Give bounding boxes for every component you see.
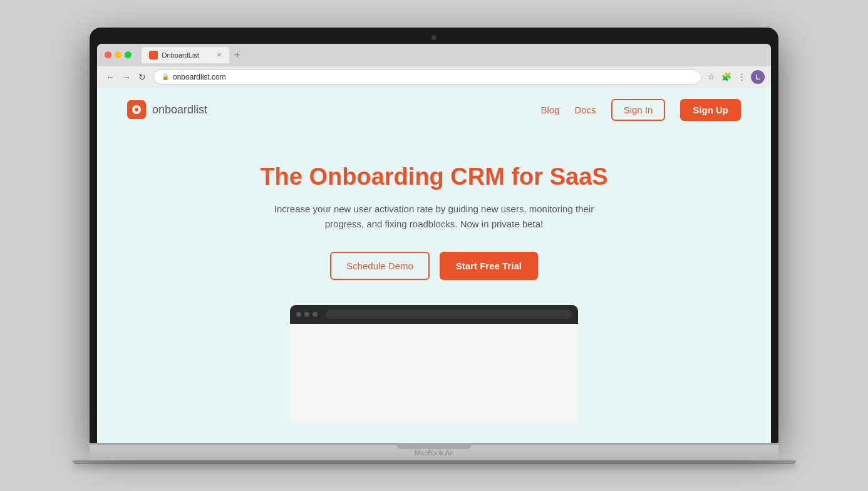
tab-bar: OnboardList ✕ + bbox=[142, 47, 763, 63]
hero-section: The Onboarding CRM for SaaS Increase you… bbox=[97, 132, 771, 443]
bookmark-button[interactable]: ☆ bbox=[706, 71, 716, 83]
browser-toolbar-actions: ☆ 🧩 ⋮ L bbox=[706, 70, 765, 84]
forward-button[interactable]: → bbox=[120, 71, 133, 83]
maximize-window-button[interactable] bbox=[125, 51, 132, 58]
hero-screenshot bbox=[110, 305, 758, 424]
new-tab-button[interactable]: + bbox=[232, 49, 242, 61]
mock-browser-content bbox=[290, 324, 578, 424]
site-logo: onboardlist bbox=[127, 100, 207, 119]
laptop-base: MacBook Air bbox=[90, 443, 778, 460]
close-window-button[interactable] bbox=[105, 51, 111, 58]
mock-address-bar bbox=[326, 310, 572, 319]
nav-links: Blog Docs Sign In Sign Up bbox=[540, 99, 741, 121]
traffic-lights bbox=[105, 51, 132, 58]
address-bar[interactable]: 🔒 onboardlist.com bbox=[153, 70, 701, 85]
logo-icon-inner bbox=[132, 105, 141, 114]
hero-subtitle: Increase your new user activation rate b… bbox=[271, 202, 597, 232]
hero-title: The Onboarding CRM for SaaS bbox=[110, 163, 758, 190]
tab-close-button[interactable]: ✕ bbox=[217, 51, 222, 58]
laptop-notch bbox=[396, 443, 472, 449]
browser-tab-active[interactable]: OnboardList ✕ bbox=[142, 47, 229, 63]
browser-titlebar: OnboardList ✕ + bbox=[97, 44, 771, 66]
mock-dot-3 bbox=[313, 312, 318, 317]
hero-buttons: Schedule Demo Start Free Trial bbox=[110, 252, 758, 280]
laptop-mockup: OnboardList ✕ + ← → ↻ 🔒 onboardlist.com bbox=[90, 28, 778, 464]
user-avatar: L bbox=[751, 70, 765, 84]
lock-icon: 🔒 bbox=[162, 73, 169, 80]
laptop-label: MacBook Air bbox=[415, 449, 453, 457]
mock-browser bbox=[290, 305, 578, 424]
back-button[interactable]: ← bbox=[103, 71, 117, 83]
tab-title: OnboardList bbox=[162, 51, 199, 59]
browser-toolbar: ← → ↻ 🔒 onboardlist.com ☆ 🧩 ⋮ L bbox=[97, 66, 771, 88]
website-content: onboardlist Blog Docs Sign In Sign Up Th… bbox=[97, 88, 771, 443]
start-trial-button[interactable]: Start Free Trial bbox=[440, 252, 538, 280]
logo-icon bbox=[127, 100, 146, 119]
laptop-camera bbox=[431, 35, 437, 40]
docs-link[interactable]: Docs bbox=[574, 105, 596, 115]
blog-link[interactable]: Blog bbox=[540, 105, 559, 115]
menu-button[interactable]: ⋮ bbox=[736, 71, 747, 83]
browser-nav-buttons: ← → ↻ bbox=[103, 71, 148, 83]
laptop-bottom-edge bbox=[73, 460, 796, 464]
mock-dot-1 bbox=[296, 312, 301, 317]
browser-chrome: OnboardList ✕ + ← → ↻ 🔒 onboardlist.com bbox=[97, 44, 771, 443]
schedule-demo-button[interactable]: Schedule Demo bbox=[330, 252, 430, 280]
refresh-button[interactable]: ↻ bbox=[136, 71, 148, 83]
extensions-button[interactable]: 🧩 bbox=[720, 71, 733, 83]
sign-in-button[interactable]: Sign In bbox=[611, 99, 666, 121]
tab-favicon bbox=[149, 51, 158, 59]
site-nav: onboardlist Blog Docs Sign In Sign Up bbox=[97, 88, 771, 132]
laptop-screen: OnboardList ✕ + ← → ↻ 🔒 onboardlist.com bbox=[90, 28, 778, 443]
logo-text: onboardlist bbox=[152, 103, 207, 116]
mock-browser-bar bbox=[290, 305, 578, 324]
sign-up-button[interactable]: Sign Up bbox=[680, 99, 741, 121]
mock-dot-2 bbox=[304, 312, 309, 317]
address-text: onboardlist.com bbox=[173, 73, 226, 81]
minimize-window-button[interactable] bbox=[115, 51, 121, 58]
